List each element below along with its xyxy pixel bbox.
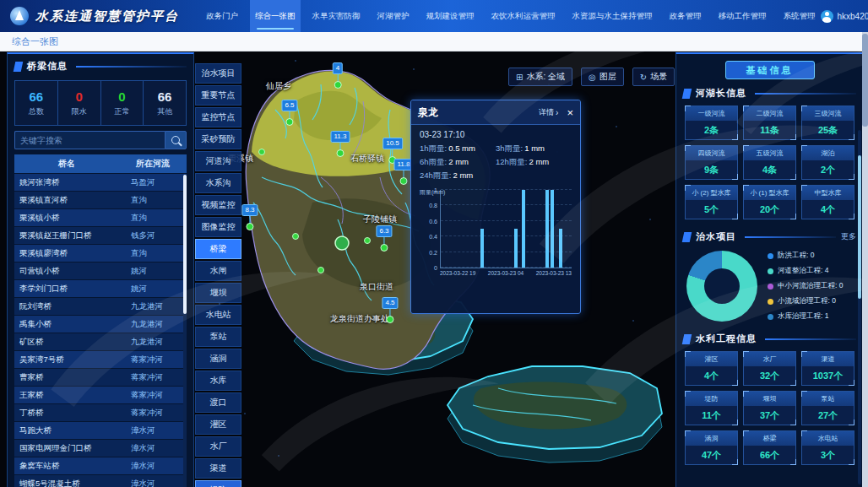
nav-item-6[interactable]: 农饮水利运营管理: [486, 0, 561, 32]
table-row[interactable]: 栗溪镇赵王栅门口桥钱多河: [14, 227, 187, 244]
layer-item-14[interactable]: 涵洞: [195, 349, 241, 369]
layer-item-16[interactable]: 渡口: [195, 392, 241, 413]
layer-item-19[interactable]: 渠道: [195, 458, 241, 479]
engineering-stat-card[interactable]: 涵洞47个: [685, 430, 738, 465]
table-row[interactable]: 象窝车站桥漳水河: [14, 457, 187, 474]
table-row[interactable]: 吴家湾7号桥蒋家冲河: [14, 351, 187, 368]
table-row[interactable]: 栗溪镇廖湾桥直沟: [14, 245, 187, 262]
table-scrollbar[interactable]: [183, 175, 187, 487]
nav-item-10[interactable]: 系统管理: [778, 0, 821, 32]
map-tool-3[interactable]: ↻场景: [632, 68, 675, 86]
layer-item-9[interactable]: 桥梁: [195, 239, 241, 259]
layer-item-20[interactable]: 堤防: [195, 480, 241, 487]
engineering-stat-card[interactable]: 灌区4个: [685, 351, 738, 386]
table-row[interactable]: 蝴蝶5号混凝土桥漳水河: [14, 475, 187, 487]
layer-item-13[interactable]: 泵站: [195, 327, 241, 347]
map-marker[interactable]: 4: [333, 62, 343, 89]
layer-item-11[interactable]: 堰坝: [195, 283, 241, 303]
layer-item-7[interactable]: 视频监控: [195, 195, 241, 215]
rain-metric: 12h雨量:2 mm: [496, 157, 572, 168]
nav-item-8[interactable]: 政务管理: [665, 0, 707, 32]
river-stat-card[interactable]: 五级河流4条: [743, 145, 796, 180]
nav-item-9[interactable]: 移动工作管理: [713, 0, 772, 32]
nav-item-4[interactable]: 河湖管护: [372, 0, 415, 32]
nav-item-3[interactable]: 水旱灾害防御: [307, 0, 366, 32]
donut-legend: 防洪工程: 0河道整治工程: 4中小河流治理工程: 0小流域治理工程: 0水库治…: [768, 251, 843, 322]
breadcrumb[interactable]: 综合一张图: [12, 36, 58, 46]
river-stat-card[interactable]: 四级河流9条: [685, 145, 738, 180]
nav-item-2[interactable]: 综合一张图: [250, 0, 301, 32]
river-stat-card[interactable]: 湖泊2个: [801, 145, 854, 180]
legend-item: 小流域治理工程: 0: [768, 296, 843, 306]
popup-details-link[interactable]: 详情 ›: [539, 107, 558, 118]
river-stat-card[interactable]: 小 (2) 型水库5个: [685, 185, 738, 219]
layer-item-10[interactable]: 水闸: [195, 261, 241, 281]
table-row[interactable]: 栗溪镇小桥直沟: [14, 209, 187, 226]
layer-item-5[interactable]: 河道沟: [195, 151, 241, 171]
search-input[interactable]: [14, 131, 165, 149]
map-tool-2[interactable]: ◎图层: [581, 68, 624, 86]
layer-item-1[interactable]: 治水项目: [195, 63, 241, 84]
river-stat-card[interactable]: 中型水库4个: [801, 185, 854, 219]
layer-item-17[interactable]: 灌区: [195, 414, 241, 435]
rain-bar: [551, 190, 554, 268]
engineering-stat-card[interactable]: 泵站27个: [801, 391, 854, 425]
layer-item-3[interactable]: 监控节点: [195, 107, 241, 127]
engineering-stat-card[interactable]: 水厂32个: [743, 351, 796, 386]
table-row[interactable]: 阮刘湾桥九龙港河: [14, 298, 187, 315]
donut-chart: [686, 251, 757, 322]
engineering-stat-card[interactable]: 堰坝37个: [743, 391, 796, 425]
table-row[interactable]: 禹集小桥九龙港河: [14, 316, 187, 333]
table-row[interactable]: 王家桥蒋家冲河: [14, 387, 187, 403]
basic-info-button[interactable]: 基础信息: [725, 61, 815, 79]
nav-item-1[interactable]: 政务门户: [201, 0, 243, 32]
table-row[interactable]: 矿区桥九龙港河: [14, 333, 187, 350]
table-row[interactable]: 丁桥桥蒋家冲河: [14, 404, 187, 421]
engineering-stat-card[interactable]: 桥梁66个: [743, 430, 796, 465]
engineering-stat-card[interactable]: 堤防11个: [685, 391, 738, 425]
user-menu[interactable]: hkxb42080201 ▾: [821, 10, 868, 23]
table-row[interactable]: 曹家桥蒋家冲河: [14, 369, 187, 386]
engineering-stat-card[interactable]: 渠道1037个: [801, 351, 854, 386]
table-row[interactable]: 李学刘门口桥姚河: [14, 280, 187, 297]
map-marker[interactable]: 6.3: [376, 225, 392, 252]
table-row[interactable]: 姚河张湾桥马盈河: [14, 174, 187, 191]
table-row[interactable]: 栗溪镇直河桥直沟: [14, 192, 187, 208]
layer-item-2[interactable]: 重要节点: [195, 85, 241, 106]
layer-item-12[interactable]: 水电站: [195, 305, 241, 325]
bridge-stats: 66总数0限水0正常66其他: [14, 80, 187, 126]
river-stat-card[interactable]: 一级河流2条: [685, 106, 738, 140]
chevron-right-icon: ›: [556, 108, 558, 117]
layer-item-6[interactable]: 水系沟: [195, 173, 241, 193]
app-logo-icon: [10, 7, 29, 25]
river-stat-card[interactable]: 小 (1) 型水库20个: [743, 185, 796, 219]
section-flag-icon: [682, 334, 692, 344]
search-button[interactable]: [165, 131, 187, 149]
page-scrollbar[interactable]: [862, 32, 868, 487]
river-stat-card[interactable]: 二级河流11条: [743, 106, 796, 140]
right-panel-scrollbar[interactable]: [858, 130, 861, 484]
river-stat-card[interactable]: 三级河流25条: [801, 106, 854, 140]
table-row[interactable]: 司营镇小桥姚河: [14, 262, 187, 279]
map-tool-1[interactable]: ⊞水系: 全域: [508, 68, 572, 86]
table-row[interactable]: 马跑大桥漳水河: [14, 422, 187, 439]
panel-title: 桥梁信息: [27, 60, 68, 73]
layer-item-8[interactable]: 图像监控: [195, 217, 241, 237]
map-marker[interactable]: 8.3: [241, 204, 258, 230]
rain-metric: 24h雨量:2 mm: [420, 170, 496, 181]
nav-item-5[interactable]: 规划建设管理: [421, 0, 480, 32]
table-row[interactable]: 国家电网理金门口桥漳水河: [14, 440, 187, 457]
user-name: hkxb42080201: [838, 12, 868, 21]
marker-dot: [387, 316, 394, 323]
map-marker[interactable]: 11.3: [331, 131, 350, 157]
chart-x-label: 2023-03-23 04: [488, 270, 524, 276]
more-link[interactable]: 更多: [841, 231, 856, 242]
layer-item-4[interactable]: 采砂预防: [195, 129, 241, 149]
nav-item-7[interactable]: 水资源与水土保持管理: [567, 0, 658, 32]
close-icon[interactable]: ×: [567, 107, 573, 118]
layer-item-15[interactable]: 水库: [195, 371, 241, 391]
engineering-stat-card[interactable]: 水电站3个: [801, 430, 854, 465]
layer-item-18[interactable]: 水厂: [195, 436, 241, 457]
map-marker[interactable]: 6.5: [281, 100, 297, 126]
map-marker[interactable]: 4.5: [382, 297, 398, 323]
